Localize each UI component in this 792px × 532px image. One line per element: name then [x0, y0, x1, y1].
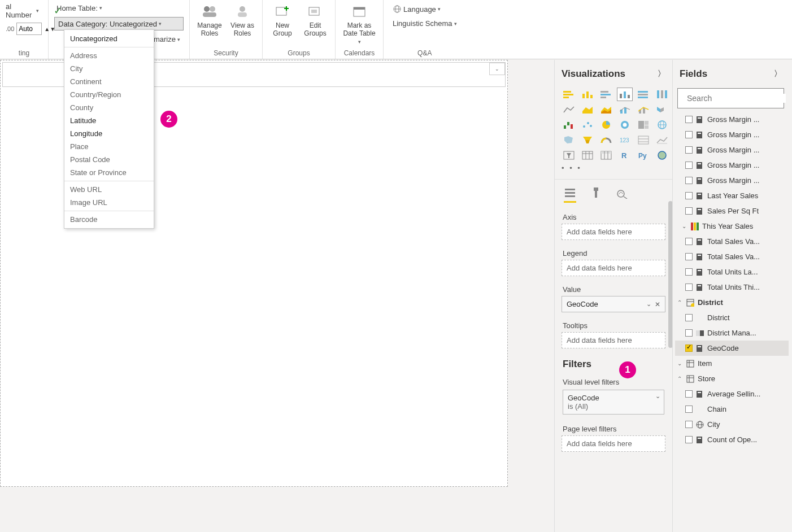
viz-stacked-bar[interactable] — [562, 88, 576, 101]
field-item[interactable]: Total Units Thi... — [675, 280, 789, 295]
viz-100-bar[interactable] — [636, 88, 651, 101]
chevron-down-icon[interactable]: ⌄ — [646, 300, 651, 308]
field-district-manager[interactable]: District Mana... — [675, 325, 789, 341]
field-item[interactable]: Gross Margin ... — [675, 142, 789, 158]
viz-slicer[interactable] — [562, 149, 576, 162]
field-item[interactable]: Sales Per Sq Ft — [675, 203, 789, 219]
field-item[interactable]: Gross Margin ... — [675, 112, 789, 127]
data-category-dropdown[interactable]: Data Category: Uncategorized ▾ — [54, 17, 184, 30]
viz-funnel[interactable] — [580, 134, 595, 146]
field-hierarchy-tys[interactable]: ⌄ This Year Sales — [675, 219, 789, 234]
viz-donut[interactable] — [617, 119, 632, 131]
menu-item-address[interactable]: Address — [64, 49, 154, 62]
menu-item-longitude[interactable]: Longitude — [64, 127, 154, 140]
viz-combo2[interactable] — [636, 103, 651, 116]
menu-item-barcode[interactable]: Barcode — [64, 213, 154, 226]
viz-scatter[interactable] — [580, 119, 595, 131]
field-item[interactable]: Gross Margin ... — [675, 127, 789, 142]
menu-item-continent[interactable]: Continent — [64, 75, 154, 88]
view-as-roles-button[interactable]: View as Roles — [228, 2, 256, 37]
field-item[interactable]: Gross Margin ... — [675, 173, 789, 188]
collapse-panel-button[interactable]: 〉 — [774, 69, 782, 79]
viz-python[interactable]: Py — [636, 149, 651, 162]
format-number-dropdown[interactable]: al Number ▾ — [6, 1, 42, 20]
field-geocode[interactable]: GeoCode — [675, 341, 789, 356]
field-item[interactable]: Last Year Sales — [675, 188, 789, 203]
viz-waterfall[interactable] — [562, 119, 576, 131]
menu-item-state[interactable]: State or Province — [64, 166, 154, 179]
linguistic-schema-dropdown[interactable]: Linguistic Schema ▾ — [389, 18, 460, 29]
viz-area[interactable] — [580, 103, 595, 116]
decimals-input[interactable] — [16, 23, 42, 35]
collapse-icon[interactable]: ⌃ — [676, 299, 683, 306]
legend-well[interactable]: Add data fields here — [562, 260, 665, 276]
field-item[interactable]: Total Units La... — [675, 264, 789, 280]
viz-clustered-bar[interactable] — [599, 88, 613, 101]
format-tab[interactable] — [590, 186, 602, 203]
viz-r[interactable]: R — [617, 149, 632, 162]
fields-search[interactable] — [677, 88, 784, 108]
viz-arcgis[interactable] — [655, 149, 669, 162]
menu-item-uncategorized[interactable]: Uncategorized — [64, 32, 154, 45]
collapse-icon[interactable]: ⌃ — [676, 376, 683, 382]
manage-roles-button[interactable]: Manage Roles — [195, 2, 224, 37]
more-visuals-button[interactable]: • • • — [555, 162, 672, 175]
menu-item-county[interactable]: County — [64, 101, 154, 114]
remove-field-button[interactable]: ✕ — [655, 300, 660, 308]
viz-treemap[interactable] — [636, 119, 651, 131]
home-table-dropdown[interactable]: Home Table: ▾ — [54, 2, 184, 14]
menu-item-postal-code[interactable]: Postal Code — [64, 153, 154, 166]
viz-kpi[interactable] — [655, 134, 669, 146]
value-well-geocode[interactable]: GeoCode ⌄ ✕ — [562, 296, 665, 312]
viz-table[interactable] — [580, 149, 595, 162]
chevron-down-icon[interactable]: ⌄ — [655, 393, 660, 400]
field-count-open[interactable]: Count of Ope... — [675, 432, 789, 447]
visual-options-dropdown[interactable]: ⌄ — [489, 63, 505, 75]
page-filters-well[interactable]: Add data fields here — [562, 435, 665, 452]
search-input[interactable] — [687, 94, 786, 103]
viz-line[interactable] — [562, 103, 576, 116]
menu-item-country[interactable]: Country/Region — [64, 88, 154, 101]
viz-stacked-area[interactable] — [599, 103, 613, 116]
field-item[interactable]: Total Sales Va... — [675, 249, 789, 264]
viz-matrix[interactable] — [599, 149, 613, 162]
viz-clustered-column[interactable] — [617, 88, 632, 101]
menu-item-place[interactable]: Place — [64, 140, 154, 153]
field-avg-selling[interactable]: Average Sellin... — [675, 386, 789, 402]
viz-map[interactable] — [655, 119, 669, 131]
axis-well[interactable]: Add data fields here — [562, 224, 665, 240]
fields-tab[interactable] — [564, 186, 576, 203]
viz-ribbon[interactable] — [655, 103, 669, 116]
field-city[interactable]: City — [675, 417, 789, 432]
viz-gauge[interactable] — [599, 134, 613, 146]
table-item[interactable]: ⌄ Item — [675, 356, 789, 371]
table-store[interactable]: ⌃ Store — [675, 371, 789, 386]
language-dropdown[interactable]: Language ▾ — [389, 3, 460, 15]
viz-multirow-card[interactable] — [636, 134, 651, 146]
tooltips-well[interactable]: Add data fields here — [562, 332, 665, 348]
analytics-tab[interactable] — [616, 186, 628, 203]
field-district[interactable]: District — [675, 310, 789, 325]
visual-filter-geocode[interactable]: GeoCode is (All) ⌄ — [563, 390, 664, 415]
expand-icon[interactable]: ⌄ — [681, 223, 687, 229]
menu-item-latitude[interactable]: Latitude — [64, 114, 154, 127]
viz-combo1[interactable] — [617, 103, 632, 116]
edit-groups-button[interactable]: Edit Groups — [301, 2, 329, 37]
menu-item-image-url[interactable]: Image URL — [64, 196, 154, 209]
collapse-panel-button[interactable]: 〉 — [658, 69, 665, 79]
new-group-button[interactable]: New Group — [268, 2, 297, 37]
viz-filled-map[interactable] — [562, 134, 576, 146]
field-item[interactable]: Gross Margin ... — [675, 158, 789, 173]
field-chain[interactable]: Chain — [675, 402, 789, 417]
expand-icon[interactable]: ⌄ — [676, 360, 683, 367]
scrollbar[interactable] — [668, 201, 673, 348]
menu-item-web-url[interactable]: Web URL — [64, 183, 154, 196]
viz-100-column[interactable] — [655, 88, 669, 101]
viz-pie[interactable] — [599, 119, 613, 131]
menu-item-city[interactable]: City — [64, 62, 154, 75]
viz-card[interactable]: 123 — [617, 134, 632, 146]
field-item[interactable]: Total Sales Va... — [675, 234, 789, 249]
viz-stacked-column[interactable] — [580, 88, 595, 101]
table-district[interactable]: ⌃ District — [675, 295, 789, 310]
mark-as-date-button[interactable]: Mark as Date Table ▾ — [341, 2, 377, 45]
